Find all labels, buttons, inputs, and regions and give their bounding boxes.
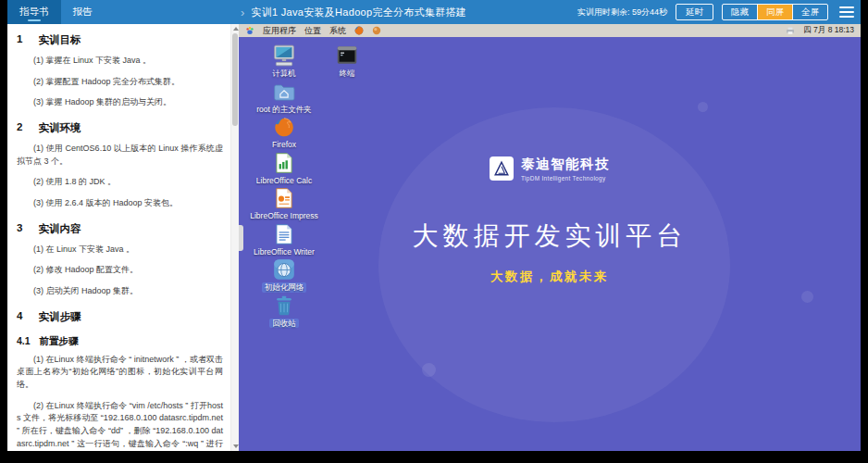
heading-text: 实训目标	[38, 33, 81, 47]
home-folder-icon	[272, 80, 296, 104]
doc-paragraph: (1) 在Linux 终端执行命令 “ initnetwork ” ，或者双击桌…	[17, 354, 223, 392]
topbar-actions: 实训用时剩余: 59分44秒 延时 隐藏 同屏 全屏	[577, 0, 854, 24]
remaining-time-label: 实训用时剩余: 59分44秒	[577, 6, 667, 19]
doc-section-heading: 1实训目标	[17, 33, 223, 47]
gnome-applications-icon[interactable]	[245, 26, 254, 35]
doc-paragraph: (1) 在 Linux 下安装 Java 。	[17, 244, 223, 257]
heading-text: 实训步骤	[38, 310, 81, 324]
guidebook-content: 1实训目标(1) 掌握在 Linux 下安装 Java 。(2) 掌握配置 Ha…	[7, 24, 230, 451]
doc-paragraph: (1) 掌握在 Linux 下安装 Java 。	[17, 55, 223, 68]
network-tool-icon[interactable]	[372, 26, 381, 35]
company-name-english: TipDM Intelligent Technology	[521, 175, 610, 181]
heading-text: 实训环境	[38, 121, 81, 135]
scroll-down-arrow-icon[interactable]	[233, 444, 239, 448]
terminal-icon	[335, 44, 359, 68]
page-title: 实训1 Java安装及Hadoop完全分布式集群搭建	[251, 6, 466, 19]
fullscreen-button[interactable]: 全屏	[792, 5, 827, 19]
doc-paragraph: (2) 在Linux 终端执行命令 “vim /etc/hosts ” 打开ho…	[17, 400, 223, 451]
firefox-icon	[272, 115, 296, 139]
heading-number: 4.1	[17, 335, 31, 348]
view-mode-group: 隐藏 同屏 全屏	[722, 4, 828, 20]
doc-paragraph: (2) 修改 Hadoop 配置文件。	[17, 264, 223, 277]
doc-section-heading: 4实训步骤	[17, 310, 223, 324]
scroll-up-arrow-icon[interactable]	[233, 27, 239, 31]
doc-paragraph: (3) 使用 2.6.4 版本的 Hadoop 安装包。	[17, 197, 223, 210]
top-bar: 指导书 报告 › 实训1 Java安装及Hadoop完全分布式集群搭建 实训用时…	[7, 0, 861, 24]
heading-number: 2	[17, 121, 22, 135]
wallpaper-branding: 泰迪智能科技 TipDM Intelligent Technology 大数据开…	[239, 156, 861, 285]
tab-guidebook-label: 指导书	[19, 6, 49, 19]
heading-number: 1	[17, 33, 22, 47]
breadcrumb: › 实训1 Java安装及Hadoop完全分布式集群搭建	[241, 0, 466, 24]
tab-report-label: 报告	[73, 6, 93, 19]
doc-paragraph: (1) 使用 CentOS6.10 以上版本的 Linux 操作系统虚拟节点 3…	[17, 143, 223, 168]
doc-scrollbar[interactable]	[230, 24, 239, 451]
guidebook-panel: 1实训目标(1) 掌握在 Linux 下安装 Java 。(2) 掌握配置 Ha…	[7, 24, 239, 451]
doc-paragraph: (2) 掌握配置 Hadoop 完全分布式集群。	[17, 76, 223, 89]
active-tab-indicator	[28, 19, 41, 21]
tab-bar: 指导书 报告	[7, 0, 105, 24]
heading-number: 4	[17, 310, 22, 324]
menu-applications[interactable]: 应用程序	[263, 25, 296, 37]
desktop-icon-label: 计算机	[269, 69, 299, 79]
gnome-menubar: 应用程序 位置 系统 四 7月 8 18:13	[239, 24, 861, 37]
desktop-icon-home-folder[interactable]: root 的主文件夹	[254, 80, 314, 115]
doc-paragraph: (3) 掌握 Hadoop 集群的启动与关闭。	[17, 96, 223, 109]
screen: 指导书 报告 › 实训1 Java安装及Hadoop完全分布式集群搭建 实训用时…	[0, 0, 868, 463]
screenshot-tool-icon[interactable]	[786, 26, 795, 35]
doc-paragraph: (3) 启动关闭 Hadoop 集群。	[17, 285, 223, 298]
platform-slogan: 大数据，成就未来	[239, 269, 861, 285]
company-name: 泰迪智能科技	[521, 156, 610, 173]
clock[interactable]: 四 7月 8 18:13	[803, 25, 854, 36]
desktop-icon-label: 终端	[337, 69, 358, 79]
trash-icon	[272, 294, 296, 318]
split-screen-button[interactable]: 同屏	[757, 5, 792, 19]
hide-button[interactable]: 隐藏	[723, 5, 757, 19]
panel-collapse-handle[interactable]	[239, 225, 243, 251]
doc-section-heading: 3实训内容	[17, 222, 223, 236]
menu-places[interactable]: 位置	[304, 25, 321, 37]
tab-report[interactable]: 报告	[61, 0, 105, 24]
desktop-icon-computer[interactable]: 计算机	[254, 44, 314, 79]
doc-subsection-heading: 4.1前置步骤	[17, 335, 223, 348]
desktop-icon-label: Firefox	[269, 140, 299, 150]
desktop-icon-label: 回收站	[269, 319, 299, 329]
computer-icon	[272, 44, 296, 68]
tipdm-logo-icon	[490, 156, 514, 181]
doc-section-heading: 2实训环境	[17, 121, 223, 135]
desktop-icon-trash[interactable]: 回收站	[254, 294, 314, 329]
desktop-icon-firefox[interactable]: Firefox	[254, 115, 314, 150]
desktop-icon-terminal[interactable]: 终端	[317, 44, 377, 79]
tab-guidebook[interactable]: 指导书	[7, 0, 61, 24]
hamburger-menu-icon[interactable]	[839, 6, 854, 18]
platform-headline: 大数据开发实训平台	[239, 220, 861, 252]
firefox-icon[interactable]	[354, 26, 364, 35]
training-platform-window: 指导书 报告 › 实训1 Java安装及Hadoop完全分布式集群搭建 实训用时…	[7, 0, 861, 451]
heading-text: 前置步骤	[40, 335, 79, 348]
scrollbar-thumb[interactable]	[232, 33, 238, 126]
chevron-right-icon: ›	[241, 6, 244, 19]
menu-system[interactable]: 系统	[329, 25, 346, 37]
linux-desktop[interactable]: 泰迪智能科技 TipDM Intelligent Technology 大数据开…	[239, 37, 861, 451]
heading-text: 实训内容	[38, 222, 81, 236]
desktop-icon-label: root 的主文件夹	[254, 105, 315, 115]
heading-number: 3	[17, 222, 22, 236]
extend-time-button[interactable]: 延时	[676, 4, 713, 20]
doc-paragraph: (2) 使用 1.8 的 JDK 。	[17, 176, 223, 189]
